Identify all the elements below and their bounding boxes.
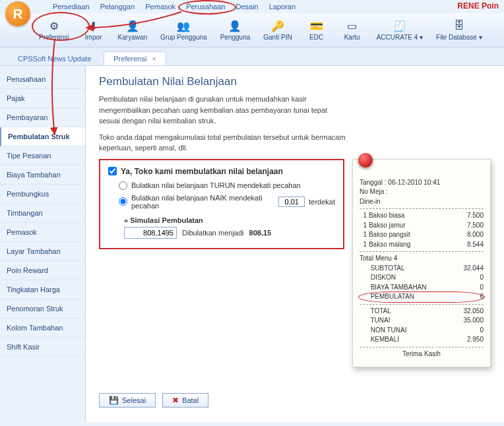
pengguna-icon: 👤 — [227, 18, 243, 34]
page-title: Pembulatan Nilai Belanjaan — [99, 75, 491, 88]
toolbar-preferensi[interactable]: ⚙Preferensi — [33, 16, 75, 43]
close-icon[interactable]: × — [152, 55, 156, 63]
sidebar-item-pembulatan-struk[interactable]: Pembulatan Struk — [0, 127, 85, 146]
toolbar-pengguna[interactable]: 👤Pengguna — [214, 16, 257, 43]
receipt-body: Tanggal : 06-12-2010 10:41No Meja :Dine-… — [360, 178, 484, 359]
simulation-result-value: 808,15 — [249, 229, 272, 237]
sidebar-item-penomoran-struk[interactable]: Penomoran Struk — [0, 299, 85, 319]
tab-cpssoft-news-update[interactable]: CPSSoft News Update — [8, 51, 101, 65]
file database ▾-icon: 🗄 — [451, 18, 467, 34]
sidebar-item-tingkatan-harga[interactable]: Tingkatan Harga — [0, 280, 85, 299]
toolbar-file-database-[interactable]: 🗄File Database ▾ — [430, 16, 488, 43]
sidebar-item-timbangan[interactable]: Timbangan — [0, 204, 85, 223]
simulation-result-label: Dibulatkan menjadi — [182, 229, 244, 237]
toolbar-grup-pengguna[interactable]: 👥Grup Pengguna — [154, 16, 213, 43]
page-desc-2: Toko anda dapat mengakumulasi total pemb… — [99, 132, 350, 154]
menu-perusahaan[interactable]: Perusahaan — [186, 3, 225, 11]
menu-laporan[interactable]: Laporan — [269, 3, 296, 11]
sidebar-item-pembayaran[interactable]: Pembayaran — [0, 108, 85, 127]
cancel-button[interactable]: ✖Batal — [162, 393, 208, 408]
sidebar-item-pembungkus[interactable]: Pembungkus — [0, 185, 85, 204]
cancel-icon: ✖ — [172, 396, 179, 405]
sidebar: PerusahaanPajakPembayaranPembulatan Stru… — [0, 66, 86, 422]
round-down-radio[interactable]: Bulatkan nilai belanjaan TURUN mendekati… — [119, 181, 335, 190]
edc-icon: 💳 — [309, 18, 325, 34]
toolbar-ganti-pin[interactable]: 🔑Ganti PIN — [257, 16, 298, 43]
sidebar-item-tipe-pesanan[interactable]: Tipe Pesanan — [0, 146, 85, 166]
karyawan-icon: 👤 — [125, 18, 141, 34]
simulation-header: » Simulasi Pembulatan — [124, 216, 335, 224]
app-logo: R — [5, 1, 30, 26]
save-button[interactable]: 💾Selesai — [99, 393, 156, 408]
enable-rounding-input[interactable] — [108, 167, 117, 175]
ganti pin-icon: 🔑 — [270, 18, 286, 34]
sidebar-item-kolom-tambahan[interactable]: Kolom Tambahan — [0, 319, 85, 338]
menu-desain[interactable]: Desain — [236, 3, 258, 11]
fraction-input[interactable] — [278, 197, 305, 207]
main-panel: Pembulatan Nilai Belanjaan Pembulatan ni… — [86, 66, 504, 422]
tab-preferensi[interactable]: Preferensi× — [104, 51, 166, 65]
tabbar: CPSSoft News UpdatePreferensi× — [0, 47, 504, 66]
toolbar-edc[interactable]: 💳EDC — [299, 16, 334, 43]
save-icon: 💾 — [109, 396, 119, 405]
toolbar-karyawan[interactable]: 👤Karyawan — [112, 16, 153, 43]
simulation-input[interactable] — [124, 227, 177, 239]
menu-pelanggan[interactable]: Pelanggan — [100, 3, 135, 11]
sidebar-item-perusahaan[interactable]: Perusahaan — [0, 70, 85, 89]
accurate 4 ▾-icon: 🧾 — [392, 18, 408, 34]
sidebar-item-pemasok[interactable]: Pemasok — [0, 223, 85, 242]
toolbar-impor[interactable]: ⬇Impor — [77, 16, 111, 43]
footer-buttons: 💾Selesai ✖Batal — [99, 388, 491, 413]
sidebar-item-poin-reward[interactable]: Poin Reward — [0, 261, 85, 280]
grup pengguna-icon: 👥 — [175, 18, 191, 34]
impor-icon: ⬇ — [86, 18, 102, 34]
pushpin-icon — [358, 153, 373, 167]
toolbar-kartu[interactable]: ▭Kartu — [335, 16, 369, 43]
preferensi-icon: ⚙ — [46, 18, 62, 34]
rounding-panel: Ya, Toko kami membulatkan nilai belanjaa… — [99, 159, 344, 249]
menubar: PersediaanPelangganPemasokPerusahaanDesa… — [0, 0, 504, 13]
sidebar-item-biaya-tambahan[interactable]: Biaya Tambahan — [0, 166, 85, 185]
receipt-preview: Tanggal : 06-12-2010 10:41No Meja :Dine-… — [352, 159, 491, 368]
page-desc-1: Pembulatan nilai belanjaan di gunakan un… — [99, 94, 350, 127]
toolbar-accurate-4-[interactable]: 🧾ACCURATE 4 ▾ — [371, 16, 429, 43]
brand-label: RENE Poin — [457, 1, 499, 11]
menu-pemasok[interactable]: Pemasok — [145, 3, 175, 11]
sidebar-item-layar-tambahan[interactable]: Layar Tambahan — [0, 242, 85, 261]
sidebar-item-shift-kasir[interactable]: Shift Kasir — [0, 338, 85, 357]
enable-rounding-checkbox[interactable]: Ya, Toko kami membulatkan nilai belanjaa… — [108, 167, 335, 176]
round-up-radio[interactable]: Bulatkan nilai belanjaan NAIK mendekati … — [119, 194, 335, 210]
sidebar-item-pajak[interactable]: Pajak — [0, 89, 85, 108]
kartu-icon: ▭ — [344, 18, 360, 34]
menu-persediaan[interactable]: Persediaan — [53, 3, 90, 11]
toolbar: R ⚙Preferensi⬇Impor👤Karyawan👥Grup Penggu… — [0, 13, 504, 47]
